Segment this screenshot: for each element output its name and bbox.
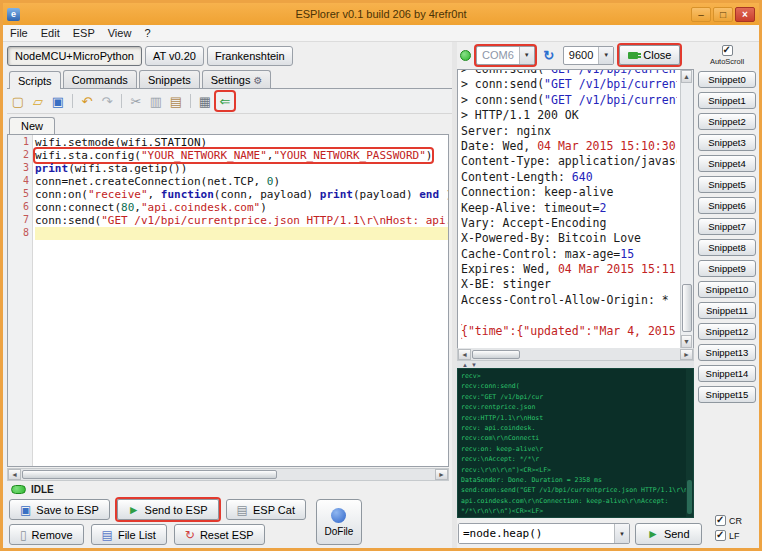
lf-checkbox[interactable] <box>715 530 726 541</box>
file-list-button[interactable]: ▤File List <box>91 524 167 545</box>
snippet-button-15[interactable]: Snippet15 <box>698 386 756 403</box>
autoscroll-checkbox[interactable] <box>722 45 733 56</box>
snippet-button-7[interactable]: Snippet7 <box>698 218 756 235</box>
tab-nodemcu-micropython[interactable]: NodeMCU+MicroPython <box>7 46 142 66</box>
snippet-button-0[interactable]: Snippet0 <box>698 71 756 88</box>
snippet-list: Snippet0Snippet1Snippet2Snippet3Snippet4… <box>698 71 756 403</box>
save-to-esp-icon: ▣ <box>20 504 31 516</box>
new-file-icon[interactable]: ▢ <box>9 92 27 110</box>
copy-icon[interactable]: ▥ <box>147 92 165 110</box>
code-line: print(wifi.sta.getip()) <box>35 162 448 175</box>
collapse-up-icon[interactable]: ▲ <box>462 362 468 368</box>
snippet-button-5[interactable]: Snippet5 <box>698 176 756 193</box>
refresh-ports-icon[interactable]: ↻ <box>540 46 558 64</box>
console-output[interactable]: recv>recv:conn:send(recv:"GET /v1/bpi/cu… <box>457 368 694 518</box>
console-line: recv:conn:send( <box>461 381 683 391</box>
code-line: wifi.sta.config("YOUR_NETWORK_NAME","YOU… <box>35 149 448 162</box>
tab-new[interactable]: New <box>9 117 55 134</box>
scrollbar-thumb[interactable] <box>682 284 692 332</box>
scroll-down-icon[interactable]: ▼ <box>681 335 692 348</box>
scroll-left-icon[interactable]: ◄ <box>8 469 21 480</box>
reset-esp-button[interactable]: ↻Reset ESP <box>174 524 265 545</box>
snippet-button-6[interactable]: Snippet6 <box>698 197 756 214</box>
scrollbar-thumb[interactable] <box>472 350 520 359</box>
snippet-button-11[interactable]: Snippet11 <box>698 302 756 319</box>
scrollbar-thumb[interactable] <box>22 470 277 479</box>
esp-cat-button[interactable]: ▤ESP Cat <box>226 499 306 520</box>
remove-button[interactable]: ▯Remove <box>9 524 84 545</box>
scroll-left-icon[interactable]: ◄ <box>458 349 471 360</box>
snippet-button-4[interactable]: Snippet4 <box>698 155 756 172</box>
window-title: ESPlorer v0.1 build 206 by 4refr0nt <box>3 8 759 20</box>
save-to-esp-button[interactable]: ▣Save to ESP <box>9 499 110 520</box>
menu-esp[interactable]: ESP <box>73 27 95 39</box>
paste-icon[interactable]: ▤ <box>167 92 185 110</box>
tab-label: Snippets <box>148 74 191 86</box>
editor-gutter: 12345678 <box>8 135 33 466</box>
menu-view[interactable]: View <box>108 27 132 39</box>
cut-icon[interactable]: ✂ <box>127 92 145 110</box>
editor-toolbar: ▢▱▣↶↷✂▥▤▦⇐ <box>7 89 452 114</box>
dofile-button[interactable]: DoFile <box>316 499 362 545</box>
snippet-button-9[interactable]: Snippet9 <box>698 260 756 277</box>
send-line-icon[interactable]: ⇐ <box>216 92 234 110</box>
snippet-button-13[interactable]: Snippet13 <box>698 344 756 361</box>
select-all-icon[interactable]: ▦ <box>196 92 214 110</box>
tab-scripts[interactable]: Scripts <box>9 71 61 89</box>
terminal-splitter[interactable]: ▲ ▼ <box>457 361 694 368</box>
collapse-down-icon[interactable]: ▼ <box>471 362 477 368</box>
esp-buttons-row2: ▯Remove▤File List↻Reset ESP <box>9 524 306 545</box>
snippet-button-14[interactable]: Snippet14 <box>698 365 756 382</box>
scrollbar-thumb[interactable] <box>687 480 692 514</box>
console-line: recv:com\r\nConnecti <box>461 433 683 443</box>
chevron-down-icon[interactable]: ▼ <box>614 524 629 543</box>
snippet-button-1[interactable]: Snippet1 <box>698 92 756 109</box>
snippet-button-8[interactable]: Snippet8 <box>698 239 756 256</box>
terminal-line: Expires: Wed, 04 Mar 2015 15:11:07 <box>461 262 677 277</box>
terminal-line: X-Powered-By: Bitcoin Love <box>461 231 677 246</box>
send-button[interactable]: ► Send <box>635 523 702 545</box>
save-file-icon[interactable]: ▣ <box>49 92 67 110</box>
snippet-button-3[interactable]: Snippet3 <box>698 134 756 151</box>
console-line: recv:rentprice.json <box>461 402 683 412</box>
scroll-right-icon[interactable]: ► <box>435 469 448 480</box>
menu-file[interactable]: File <box>10 27 28 39</box>
baud-rate-select[interactable]: 9600 ▼ <box>563 46 614 65</box>
minimize-button[interactable]: – <box>691 7 711 22</box>
terminal-output[interactable]: > conn:send("GET /v1/bpi/currentpri> con… <box>458 70 680 348</box>
command-input[interactable] <box>459 524 614 543</box>
tab-frankenshtein[interactable]: Frankenshtein <box>207 46 293 66</box>
terminal-line: > conn:send("GET /v1/bpi/currentpri <box>461 77 677 92</box>
menu-edit[interactable]: Edit <box>41 27 60 39</box>
idle-indicator-icon <box>11 485 26 494</box>
snippet-button-12[interactable]: Snippet12 <box>698 323 756 340</box>
title-bar: e ESPlorer v0.1 build 206 by 4refr0nt – … <box>3 3 759 25</box>
snippet-button-2[interactable]: Snippet2 <box>698 113 756 130</box>
line-number: 8 <box>8 227 29 240</box>
com-port-select[interactable]: COM6 ▼ <box>476 46 535 65</box>
close-window-button[interactable]: × <box>735 7 755 22</box>
scroll-right-icon[interactable]: ► <box>680 349 693 360</box>
editor-hscrollbar: ◄ ► <box>7 468 449 481</box>
open-file-icon[interactable]: ▱ <box>29 92 47 110</box>
tab-settings[interactable]: Settings⚙ <box>202 70 272 88</box>
editor-code[interactable]: wifi.setmode(wifi.STATION)wifi.sta.confi… <box>33 135 448 466</box>
send-to-esp-button[interactable]: ►Send to ESP <box>117 499 219 520</box>
close-port-button[interactable]: Close <box>619 45 680 65</box>
button-label: Save to ESP <box>36 504 98 516</box>
menu-help[interactable]: ? <box>144 27 150 39</box>
tab-snippets[interactable]: Snippets <box>139 70 200 88</box>
undo-icon[interactable]: ↶ <box>78 92 96 110</box>
esp-buttons-row1: ▣Save to ESP►Send to ESP▤ESP Cat <box>9 499 306 520</box>
console-line: */*\r\n\r\n")<CR><LF> <box>461 506 683 516</box>
snippet-button-10[interactable]: Snippet10 <box>698 281 756 298</box>
button-label: ESP Cat <box>253 504 295 516</box>
scroll-up-icon[interactable]: ▲ <box>681 70 692 83</box>
cr-checkbox[interactable] <box>715 515 726 526</box>
status-label: IDLE <box>31 484 54 495</box>
tab-commands[interactable]: Commands <box>63 70 137 88</box>
tab-at-v0-20[interactable]: AT v0.20 <box>145 46 204 66</box>
redo-icon[interactable]: ↷ <box>98 92 116 110</box>
maximize-button[interactable]: □ <box>713 7 733 22</box>
button-label: File List <box>118 529 156 541</box>
